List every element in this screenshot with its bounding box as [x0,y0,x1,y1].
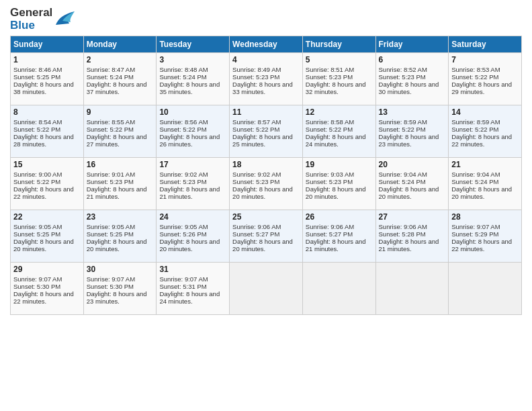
daylight-text: Daylight: 8 hours and 23 minutes. [87,290,147,305]
sunset-text: Sunset: 5:23 PM [306,73,353,81]
day-number: 17 [159,160,226,169]
daylight-text: Daylight: 8 hours and 20 minutes. [306,185,366,200]
daylight-text: Daylight: 8 hours and 22 minutes. [13,185,74,200]
calendar-cell: 11Sunrise: 8:57 AMSunset: 5:22 PMDayligh… [230,105,303,158]
sunset-text: Sunset: 5:24 PM [379,178,426,185]
sunrise-text: Sunrise: 9:04 AM [451,171,500,178]
sunrise-text: Sunrise: 9:00 AM [13,171,62,178]
day-number: 15 [13,160,81,169]
day-number: 3 [159,55,226,64]
calendar-cell: 10Sunrise: 8:56 AMSunset: 5:22 PMDayligh… [157,105,230,158]
daylight-text: Daylight: 8 hours and 21 minutes. [87,185,147,200]
sunrise-text: Sunrise: 8:49 AM [232,66,281,73]
sunrise-text: Sunrise: 9:04 AM [379,171,427,178]
calendar-cell: 14Sunrise: 8:59 AMSunset: 5:22 PMDayligh… [449,105,522,158]
day-number: 31 [159,265,226,274]
sunset-text: Sunset: 5:29 PM [451,230,498,238]
sunset-text: Sunset: 5:22 PM [87,126,134,133]
sunrise-text: Sunrise: 9:02 AM [159,171,208,178]
day-number: 20 [379,160,446,169]
daylight-text: Daylight: 8 hours and 37 minutes. [87,81,147,95]
day-number: 4 [232,55,300,64]
calendar-week-row: 22Sunrise: 9:05 AMSunset: 5:25 PMDayligh… [11,210,522,263]
calendar-cell: 24Sunrise: 9:05 AMSunset: 5:26 PMDayligh… [157,210,230,263]
sunrise-text: Sunrise: 9:05 AM [159,223,208,230]
sunrise-text: Sunrise: 8:59 AM [379,118,427,126]
day-number: 19 [306,160,373,169]
sunset-text: Sunset: 5:25 PM [13,230,60,238]
calendar-cell: 3Sunrise: 8:48 AMSunset: 5:24 PMDaylight… [157,53,230,105]
day-number: 23 [87,212,154,222]
calendar-cell: 19Sunrise: 9:03 AMSunset: 5:23 PMDayligh… [302,158,375,210]
sunset-text: Sunset: 5:22 PM [451,73,498,81]
daylight-text: Daylight: 8 hours and 25 minutes. [232,133,293,148]
sunset-text: Sunset: 5:23 PM [159,178,206,185]
calendar-cell: 21Sunrise: 9:04 AMSunset: 5:24 PMDayligh… [449,158,522,210]
day-number: 24 [159,212,226,222]
sunset-text: Sunset: 5:23 PM [232,178,279,185]
daylight-text: Daylight: 8 hours and 27 minutes. [87,133,147,148]
sunset-text: Sunset: 5:22 PM [306,126,353,133]
calendar-week-row: 15Sunrise: 9:00 AMSunset: 5:22 PMDayligh… [11,158,522,210]
day-number: 6 [379,55,446,64]
page-container: General Blue SundayMondayTuesdayWednesda… [0,0,532,322]
sunrise-text: Sunrise: 8:59 AM [451,118,500,126]
calendar-cell [449,263,522,315]
calendar-cell: 22Sunrise: 9:05 AMSunset: 5:25 PMDayligh… [11,210,84,263]
day-number: 16 [87,160,154,169]
day-number: 30 [87,265,154,274]
day-number: 7 [451,55,519,64]
sunrise-text: Sunrise: 9:02 AM [232,171,281,178]
calendar-cell [230,263,303,315]
daylight-text: Daylight: 8 hours and 20 minutes. [379,185,439,200]
daylight-text: Daylight: 8 hours and 20 minutes. [232,238,293,253]
sunset-text: Sunset: 5:30 PM [87,283,134,290]
day-number: 11 [232,107,300,117]
daylight-text: Daylight: 8 hours and 21 minutes. [159,185,220,200]
sunrise-text: Sunrise: 8:51 AM [306,66,354,73]
daylight-text: Daylight: 8 hours and 29 minutes. [451,81,512,95]
day-number: 13 [379,107,446,117]
daylight-text: Daylight: 8 hours and 26 minutes. [159,133,220,148]
day-number: 25 [232,212,300,222]
daylight-text: Daylight: 8 hours and 32 minutes. [306,81,366,95]
logo-general-text: General [10,7,52,19]
day-header-row: SundayMondayTuesdayWednesdayThursdayFrid… [11,36,522,53]
header-row: General Blue [10,7,522,32]
calendar-cell: 6Sunrise: 8:52 AMSunset: 5:23 PMDaylight… [375,53,449,105]
calendar-cell [375,263,449,315]
sunrise-text: Sunrise: 9:07 AM [451,223,500,230]
day-header-sunday: Sunday [11,36,84,53]
daylight-text: Daylight: 8 hours and 20 minutes. [232,185,293,200]
sunset-text: Sunset: 5:22 PM [13,126,60,133]
day-number: 9 [87,107,154,117]
logo-wordmark: General Blue [10,7,52,32]
daylight-text: Daylight: 8 hours and 21 minutes. [306,238,366,253]
sunrise-text: Sunrise: 9:05 AM [13,223,62,230]
daylight-text: Daylight: 8 hours and 24 minutes. [306,133,366,148]
day-number: 1 [13,55,81,64]
daylight-text: Daylight: 8 hours and 20 minutes. [451,185,512,200]
day-number: 8 [13,107,81,117]
day-header-friday: Friday [375,36,449,53]
calendar-cell [302,263,375,315]
sunrise-text: Sunrise: 9:05 AM [87,223,135,230]
calendar-cell: 16Sunrise: 9:01 AMSunset: 5:23 PMDayligh… [83,158,157,210]
daylight-text: Daylight: 8 hours and 38 minutes. [13,81,74,95]
calendar-cell: 27Sunrise: 9:06 AMSunset: 5:28 PMDayligh… [375,210,449,263]
daylight-text: Daylight: 8 hours and 33 minutes. [232,81,293,95]
logo: General Blue [10,7,75,32]
sunset-text: Sunset: 5:30 PM [13,283,60,290]
calendar-cell: 5Sunrise: 8:51 AMSunset: 5:23 PMDaylight… [302,53,375,105]
calendar-cell: 23Sunrise: 9:05 AMSunset: 5:25 PMDayligh… [83,210,157,263]
sunset-text: Sunset: 5:27 PM [232,230,279,238]
sunset-text: Sunset: 5:22 PM [232,126,279,133]
logo-bird-icon [54,9,75,28]
sunrise-text: Sunrise: 8:58 AM [306,118,354,126]
sunrise-text: Sunrise: 9:06 AM [379,223,427,230]
day-header-saturday: Saturday [449,36,522,53]
sunrise-text: Sunrise: 8:54 AM [13,118,62,126]
daylight-text: Daylight: 8 hours and 20 minutes. [87,238,147,253]
sunset-text: Sunset: 5:23 PM [306,178,353,185]
calendar-cell: 29Sunrise: 9:07 AMSunset: 5:30 PMDayligh… [11,263,84,315]
